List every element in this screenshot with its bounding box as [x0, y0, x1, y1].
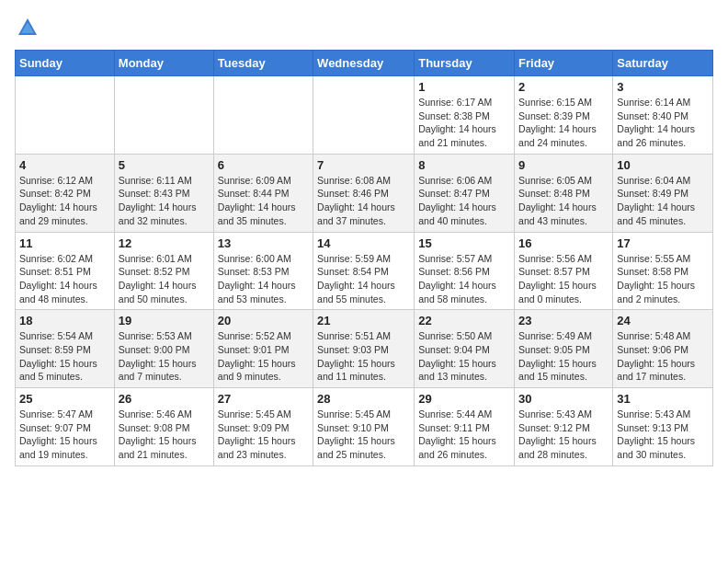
day-number: 30: [518, 392, 609, 406]
calendar-cell: 26Sunrise: 5:46 AM Sunset: 9:08 PM Dayli…: [114, 388, 213, 466]
calendar-cell: 1Sunrise: 6:17 AM Sunset: 8:38 PM Daylig…: [415, 76, 515, 155]
calendar-cell: 28Sunrise: 5:45 AM Sunset: 9:10 PM Dayli…: [313, 388, 415, 466]
day-number: 7: [317, 158, 410, 172]
day-detail: Sunrise: 6:00 AM Sunset: 8:53 PM Dayligh…: [218, 252, 309, 306]
day-number: 25: [19, 392, 110, 406]
day-number: 10: [617, 158, 709, 172]
day-detail: Sunrise: 5:43 AM Sunset: 9:12 PM Dayligh…: [518, 408, 609, 462]
header-saturday: Saturday: [613, 51, 713, 76]
header-sunday: Sunday: [16, 51, 115, 76]
day-detail: Sunrise: 5:59 AM Sunset: 8:54 PM Dayligh…: [317, 252, 410, 306]
day-detail: Sunrise: 5:46 AM Sunset: 9:08 PM Dayligh…: [119, 408, 210, 462]
day-detail: Sunrise: 6:12 AM Sunset: 8:42 PM Dayligh…: [19, 174, 110, 228]
day-number: 6: [218, 158, 309, 172]
day-number: 4: [19, 158, 110, 172]
calendar-cell: 9Sunrise: 6:05 AM Sunset: 8:48 PM Daylig…: [515, 154, 613, 232]
calendar-cell: 11Sunrise: 6:02 AM Sunset: 8:51 PM Dayli…: [16, 232, 115, 310]
day-number: 31: [617, 392, 709, 406]
day-number: 5: [119, 158, 210, 172]
day-number: 17: [617, 236, 709, 250]
day-number: 14: [317, 236, 410, 250]
calendar-cell: 24Sunrise: 5:48 AM Sunset: 9:06 PM Dayli…: [613, 310, 713, 388]
day-detail: Sunrise: 5:57 AM Sunset: 8:56 PM Dayligh…: [418, 252, 510, 306]
day-number: 3: [617, 80, 709, 94]
calendar-cell: 15Sunrise: 5:57 AM Sunset: 8:56 PM Dayli…: [415, 232, 515, 310]
day-number: 2: [518, 80, 609, 94]
calendar-week-row: 25Sunrise: 5:47 AM Sunset: 9:07 PM Dayli…: [16, 388, 713, 466]
day-detail: Sunrise: 6:08 AM Sunset: 8:46 PM Dayligh…: [317, 174, 410, 228]
calendar-cell: 20Sunrise: 5:52 AM Sunset: 9:01 PM Dayli…: [213, 310, 313, 388]
calendar-cell: 25Sunrise: 5:47 AM Sunset: 9:07 PM Dayli…: [16, 388, 115, 466]
page-header: [15, 15, 713, 40]
day-number: 27: [218, 392, 309, 406]
day-detail: Sunrise: 6:06 AM Sunset: 8:47 PM Dayligh…: [418, 174, 510, 228]
calendar-week-row: 18Sunrise: 5:54 AM Sunset: 8:59 PM Dayli…: [16, 310, 713, 388]
logo-icon: [15, 15, 40, 40]
day-detail: Sunrise: 6:09 AM Sunset: 8:44 PM Dayligh…: [218, 174, 309, 228]
day-detail: Sunrise: 6:15 AM Sunset: 8:39 PM Dayligh…: [518, 96, 609, 150]
calendar-cell: 19Sunrise: 5:53 AM Sunset: 9:00 PM Dayli…: [114, 310, 213, 388]
day-number: 15: [418, 236, 510, 250]
calendar-cell: 8Sunrise: 6:06 AM Sunset: 8:47 PM Daylig…: [415, 154, 515, 232]
header-monday: Monday: [114, 51, 213, 76]
header-thursday: Thursday: [415, 51, 515, 76]
calendar-cell: [313, 76, 415, 155]
day-number: 11: [19, 236, 110, 250]
day-number: 23: [518, 314, 609, 327]
calendar-cell: 29Sunrise: 5:44 AM Sunset: 9:11 PM Dayli…: [415, 388, 515, 466]
calendar-cell: 12Sunrise: 6:01 AM Sunset: 8:52 PM Dayli…: [114, 232, 213, 310]
calendar-cell: 4Sunrise: 6:12 AM Sunset: 8:42 PM Daylig…: [16, 154, 115, 232]
day-number: 24: [617, 314, 709, 327]
calendar-cell: 18Sunrise: 5:54 AM Sunset: 8:59 PM Dayli…: [16, 310, 115, 388]
header-wednesday: Wednesday: [313, 51, 415, 76]
day-detail: Sunrise: 5:45 AM Sunset: 9:10 PM Dayligh…: [317, 408, 410, 462]
day-detail: Sunrise: 5:51 AM Sunset: 9:03 PM Dayligh…: [317, 329, 410, 384]
day-detail: Sunrise: 5:55 AM Sunset: 8:58 PM Dayligh…: [617, 252, 709, 306]
day-number: 19: [119, 314, 210, 327]
calendar-cell: 3Sunrise: 6:14 AM Sunset: 8:40 PM Daylig…: [613, 76, 713, 155]
calendar-cell: 27Sunrise: 5:45 AM Sunset: 9:09 PM Dayli…: [213, 388, 313, 466]
calendar-cell: [114, 76, 213, 155]
calendar-header-row: SundayMondayTuesdayWednesdayThursdayFrid…: [16, 51, 713, 76]
day-detail: Sunrise: 5:53 AM Sunset: 9:00 PM Dayligh…: [119, 329, 210, 384]
logo: [15, 15, 44, 40]
calendar-week-row: 1Sunrise: 6:17 AM Sunset: 8:38 PM Daylig…: [16, 76, 713, 155]
day-detail: Sunrise: 5:56 AM Sunset: 8:57 PM Dayligh…: [518, 252, 609, 306]
header-friday: Friday: [515, 51, 613, 76]
day-number: 28: [317, 392, 410, 406]
day-detail: Sunrise: 5:50 AM Sunset: 9:04 PM Dayligh…: [418, 329, 510, 384]
day-number: 20: [218, 314, 309, 327]
calendar-cell: 13Sunrise: 6:00 AM Sunset: 8:53 PM Dayli…: [213, 232, 313, 310]
day-number: 13: [218, 236, 309, 250]
calendar-cell: 31Sunrise: 5:43 AM Sunset: 9:13 PM Dayli…: [613, 388, 713, 466]
day-detail: Sunrise: 5:45 AM Sunset: 9:09 PM Dayligh…: [218, 408, 309, 462]
header-tuesday: Tuesday: [213, 51, 313, 76]
day-detail: Sunrise: 6:11 AM Sunset: 8:43 PM Dayligh…: [119, 174, 210, 228]
day-detail: Sunrise: 5:43 AM Sunset: 9:13 PM Dayligh…: [617, 408, 709, 462]
day-detail: Sunrise: 5:44 AM Sunset: 9:11 PM Dayligh…: [418, 408, 510, 462]
day-detail: Sunrise: 5:49 AM Sunset: 9:05 PM Dayligh…: [518, 329, 609, 384]
day-number: 8: [418, 158, 510, 172]
day-number: 9: [518, 158, 609, 172]
day-detail: Sunrise: 5:48 AM Sunset: 9:06 PM Dayligh…: [617, 329, 709, 384]
day-number: 1: [418, 80, 510, 94]
calendar-cell: [16, 76, 115, 155]
calendar-cell: 10Sunrise: 6:04 AM Sunset: 8:49 PM Dayli…: [613, 154, 713, 232]
day-detail: Sunrise: 6:01 AM Sunset: 8:52 PM Dayligh…: [119, 252, 210, 306]
day-number: 29: [418, 392, 510, 406]
calendar-cell: 6Sunrise: 6:09 AM Sunset: 8:44 PM Daylig…: [213, 154, 313, 232]
day-number: 18: [19, 314, 110, 327]
day-detail: Sunrise: 6:04 AM Sunset: 8:49 PM Dayligh…: [617, 174, 709, 228]
day-detail: Sunrise: 5:52 AM Sunset: 9:01 PM Dayligh…: [218, 329, 309, 384]
day-detail: Sunrise: 5:47 AM Sunset: 9:07 PM Dayligh…: [19, 408, 110, 462]
calendar-table: SundayMondayTuesdayWednesdayThursdayFrid…: [15, 50, 713, 466]
calendar-cell: 30Sunrise: 5:43 AM Sunset: 9:12 PM Dayli…: [515, 388, 613, 466]
day-number: 16: [518, 236, 609, 250]
calendar-week-row: 4Sunrise: 6:12 AM Sunset: 8:42 PM Daylig…: [16, 154, 713, 232]
calendar-cell: 23Sunrise: 5:49 AM Sunset: 9:05 PM Dayli…: [515, 310, 613, 388]
day-detail: Sunrise: 6:05 AM Sunset: 8:48 PM Dayligh…: [518, 174, 609, 228]
calendar-cell: 22Sunrise: 5:50 AM Sunset: 9:04 PM Dayli…: [415, 310, 515, 388]
day-detail: Sunrise: 6:17 AM Sunset: 8:38 PM Dayligh…: [418, 96, 510, 150]
day-detail: Sunrise: 6:02 AM Sunset: 8:51 PM Dayligh…: [19, 252, 110, 306]
calendar-week-row: 11Sunrise: 6:02 AM Sunset: 8:51 PM Dayli…: [16, 232, 713, 310]
